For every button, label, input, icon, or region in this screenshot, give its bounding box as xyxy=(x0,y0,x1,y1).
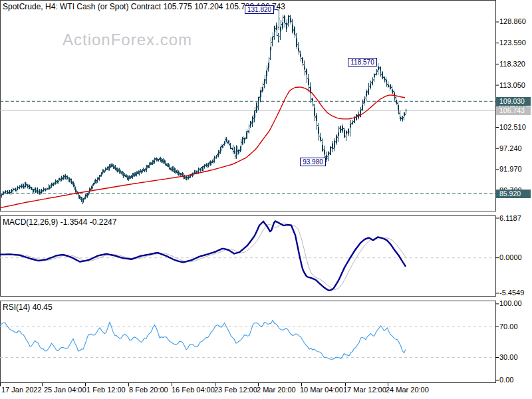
x-tick-label: 23 Feb 12:00 xyxy=(214,386,257,394)
x-tick-label: 8 Feb 20:00 xyxy=(129,386,168,394)
price-badge: 106.743 xyxy=(496,106,531,115)
y-tick-label: 6.1187 xyxy=(499,214,521,222)
y-tick-label: 102.510 xyxy=(499,123,526,131)
rsi-panel[interactable]: RSI(14) 40.45 xyxy=(0,301,496,383)
x-tick-label: 1 Feb 12:00 xyxy=(86,386,126,394)
x-tick-label: 10 Mar 04:00 xyxy=(300,386,343,394)
price-badge: 85.920 xyxy=(496,190,531,198)
macd-label: MACD(12,26,9) -1.3544 -0.2247 xyxy=(3,217,116,227)
rsi-label: RSI(14) 40.45 xyxy=(3,303,53,312)
y-tick-label: 100.00 xyxy=(499,299,522,307)
price-panel[interactable]: SpotCrude, H4: WTI Cash (or Spot) Contra… xyxy=(0,0,496,211)
y-tick-label: 30.00 xyxy=(499,353,518,361)
chart-title: SpotCrude, H4: WTI Cash (or Spot) Contra… xyxy=(3,2,285,11)
x-tick-label: 17 Mar 12:00 xyxy=(343,386,386,394)
x-tick-label: 24 Mar 20:00 xyxy=(386,386,429,394)
x-tick-label: 17 Jan 2022 xyxy=(1,386,42,394)
y-tick-label: 86.700 xyxy=(499,186,522,194)
y-tick-label: 0.00 xyxy=(499,376,513,384)
y-tick-label: 70.00 xyxy=(499,323,518,331)
chart-window: ActionForex.com SpotCrude, H4: WTI Cash … xyxy=(0,0,532,399)
y-tick-label: 0.0000 xyxy=(499,253,522,261)
x-tick-label: 16 Feb 04:00 xyxy=(172,386,215,394)
y-tick-label: 113.050 xyxy=(499,81,525,89)
y-tick-label: 91.970 xyxy=(499,165,522,173)
price-badge: 109.030 xyxy=(496,97,531,106)
y-tick-label: 128.860 xyxy=(499,17,526,25)
y-tick-label: 97.240 xyxy=(499,144,522,152)
x-tick-label: 25 Jan 04:00 xyxy=(44,386,86,394)
x-tick-label: 2 Mar 20:00 xyxy=(257,386,296,394)
macd-panel[interactable]: MACD(12,26,9) -1.3544 -0.2247 xyxy=(0,215,496,297)
y-tick-label: 107.780 xyxy=(499,102,526,110)
y-tick-label: -5.4549 xyxy=(499,289,524,297)
y-tick-label: 123.590 xyxy=(499,39,526,47)
y-tick-label: 118.320 xyxy=(499,60,525,68)
